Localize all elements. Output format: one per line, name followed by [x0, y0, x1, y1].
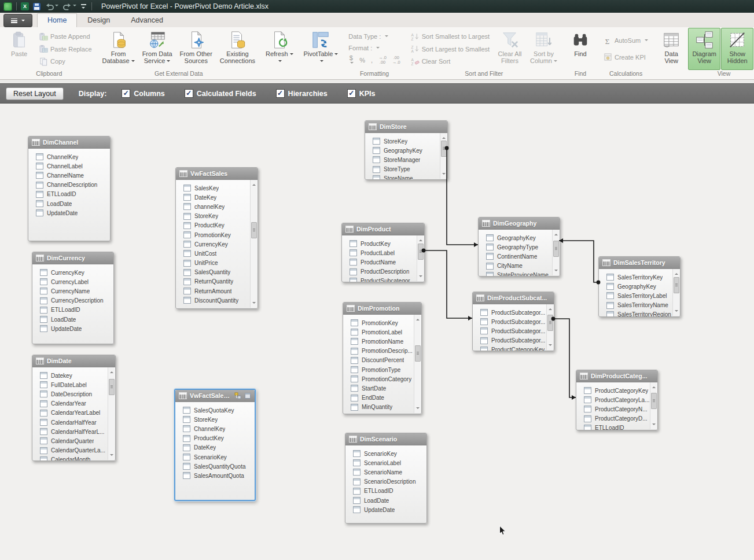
scroll-up-icon[interactable]: [416, 317, 420, 320]
field-datekey[interactable]: DateKey: [175, 443, 255, 452]
field-promotionkey[interactable]: PromotionKey: [343, 318, 421, 327]
field-calendarquarterla[interactable]: CalendarQuarterLa...: [32, 446, 115, 455]
scroll-up-icon[interactable]: [554, 232, 558, 235]
field-storetype[interactable]: StoreType: [365, 165, 447, 174]
field-salesterritoryregion[interactable]: SalesTerritoryRegion: [599, 310, 680, 316]
field-salesterritorykey[interactable]: SalesTerritoryKey: [599, 272, 680, 282]
display-checkbox-kpis[interactable]: ✓KPIs: [347, 89, 376, 98]
ribbon-button-from-other-sources[interactable]: From OtherSources: [176, 28, 216, 70]
field-loaddate[interactable]: LoadDate: [345, 496, 426, 505]
field-productcategoryd[interactable]: ProductCategoryD...: [576, 414, 657, 423]
scroll-thumb[interactable]: [109, 379, 115, 395]
entity-table-dimproductcateg[interactable]: DimProductCateg...ProductCategoryKeyProd…: [576, 370, 658, 430]
table-scrollbar[interactable]: [440, 133, 447, 179]
field-startdate[interactable]: StartDate: [343, 384, 421, 393]
field-storekey[interactable]: StoreKey: [365, 137, 447, 146]
field-fulldatelabel[interactable]: FullDateLabel: [32, 380, 115, 389]
save-icon[interactable]: [33, 3, 41, 10]
field-returnquantity[interactable]: ReturnQuantity: [176, 277, 258, 286]
table-header[interactable]: DimDate: [32, 355, 115, 367]
field-geographykey[interactable]: GeographyKey: [479, 233, 560, 242]
field-promotionkey[interactable]: PromotionKey: [176, 230, 258, 240]
scroll-down-icon[interactable]: [442, 173, 446, 176]
field-productcategorykey[interactable]: ProductCategoryKey: [473, 345, 554, 351]
scroll-down-icon[interactable]: [252, 302, 256, 305]
field-productsubcategor[interactable]: ProductSubcategor...: [342, 277, 424, 282]
field-enddate[interactable]: EndDate: [343, 393, 421, 403]
field-unitprice[interactable]: UnitPrice: [176, 259, 258, 268]
entity-table-dimscenario[interactable]: DimScenarioScenarioKeyScenarioLabelScena…: [345, 433, 427, 524]
scroll-up-icon[interactable]: [675, 271, 678, 275]
field-saleskey[interactable]: SalesKey: [176, 183, 258, 193]
display-checkbox-columns[interactable]: ✓Columns: [122, 89, 164, 98]
entity-table-dimproduct[interactable]: DimProductProductKeyProductLabelProductN…: [341, 223, 425, 282]
field-returnamount[interactable]: ReturnAmount: [176, 286, 258, 296]
field-salesterritoryname[interactable]: SalesTerritoryName: [599, 301, 680, 310]
field-channeldescription[interactable]: ChannelDescription: [28, 180, 110, 190]
scroll-thumb[interactable]: [251, 222, 257, 238]
field-productsubcategor[interactable]: ProductSubcategor...: [473, 326, 554, 336]
tab-advanced[interactable]: Advanced: [120, 13, 174, 27]
scroll-down-icon[interactable]: [419, 275, 422, 279]
field-etlloadid[interactable]: ETLLoadID: [32, 305, 113, 315]
field-calendarquarter[interactable]: CalendarQuarter: [32, 436, 115, 445]
field-channelkey[interactable]: ChannelKey: [28, 152, 110, 161]
field-productlabel[interactable]: ProductLabel: [342, 248, 424, 257]
entity-table-dimsalesterritory[interactable]: DimSalesTerritorySalesTerritoryKeyGeogra…: [598, 256, 681, 317]
field-promotioncategory[interactable]: PromotionCategory: [343, 374, 421, 384]
field-etlloadid[interactable]: ETLLoadID: [28, 190, 110, 199]
field-productname[interactable]: ProductName: [342, 257, 424, 267]
field-salesterritorylabel[interactable]: SalesTerritoryLabel: [599, 291, 680, 300]
scroll-thumb[interactable]: [415, 345, 421, 362]
field-calendaryearlabel[interactable]: CalendarYearLabel: [32, 408, 115, 418]
field-scenarioname[interactable]: ScenarioName: [345, 467, 426, 477]
table-scrollbar[interactable]: [417, 235, 424, 281]
field-datedescription[interactable]: DateDescription: [32, 389, 115, 399]
table-header[interactable]: VwFactSalesQuota: [175, 390, 255, 402]
entity-table-dimpromotion[interactable]: DimPromotionPromotionKeyPromotionLabelPr…: [343, 302, 422, 414]
field-currencykey[interactable]: CurrencyKey: [32, 268, 113, 277]
field-storekey[interactable]: StoreKey: [175, 415, 255, 424]
scroll-down-icon[interactable]: [554, 270, 558, 273]
quick-access-toolbar-icon[interactable]: [80, 3, 87, 9]
table-scrollbar[interactable]: [546, 304, 553, 350]
field-datekey[interactable]: DateKey: [176, 193, 258, 202]
scroll-down-icon[interactable]: [652, 423, 656, 427]
scroll-thumb[interactable]: [441, 141, 447, 157]
scroll-down-icon[interactable]: [675, 310, 678, 314]
field-updatedate[interactable]: UpdateDate: [345, 505, 426, 514]
table-header[interactable]: VwFactSales: [176, 168, 258, 180]
ribbon-button-from-database[interactable]: FromDatabase: [99, 28, 138, 70]
entity-table-vwfactsales[interactable]: VwFactSalesSalesKeyDateKeychannelKeyStor…: [175, 167, 258, 309]
field-channellabel[interactable]: ChannelLabel: [28, 161, 110, 171]
field-currencyname[interactable]: CurrencyName: [32, 286, 113, 296]
field-salesquotakey[interactable]: SalesQuotaKey: [175, 406, 255, 415]
field-discountquantity[interactable]: DiscountQuantity: [176, 296, 258, 305]
maximize-table-icon[interactable]: [244, 392, 251, 399]
scroll-thumb[interactable]: [418, 244, 424, 260]
table-header[interactable]: DimGeography: [479, 218, 560, 230]
field-loaddate[interactable]: LoadDate: [32, 315, 113, 324]
scroll-up-icon[interactable]: [110, 370, 113, 373]
field-productcategoryla[interactable]: ProductCategoryLa...: [576, 395, 657, 404]
field-scenariodescription[interactable]: ScenarioDescription: [345, 477, 426, 487]
field-promotiontype[interactable]: PromotionType: [343, 365, 421, 374]
entity-table-dimgeography[interactable]: DimGeographyGeographyKeyGeographyTypeCon…: [478, 217, 560, 277]
scroll-up-icon[interactable]: [652, 385, 656, 388]
field-updatedate[interactable]: UpdateDate: [32, 324, 113, 333]
field-scenariolabel[interactable]: ScenarioLabel: [345, 458, 426, 467]
display-checkbox-calculated-fields[interactable]: ✓Calculated Fields: [185, 89, 256, 98]
field-storekey[interactable]: StoreKey: [176, 212, 258, 221]
create-hierarchy-icon[interactable]: [234, 392, 241, 399]
table-header[interactable]: DimProduct: [342, 223, 424, 235]
ribbon-button-find[interactable]: Find: [564, 28, 597, 70]
scroll-down-icon[interactable]: [549, 344, 552, 348]
entity-table-dimcurrency[interactable]: DimCurrencyCurrencyKeyCurrencyLabelCurre…: [32, 252, 114, 344]
field-channelkey[interactable]: ChannelKey: [175, 424, 255, 433]
field-channelname[interactable]: ChannelName: [28, 171, 110, 180]
field-productcategoryn[interactable]: ProductCategoryN...: [576, 404, 657, 414]
field-datekey[interactable]: Datekey: [32, 371, 115, 380]
table-scrollbar[interactable]: [108, 367, 115, 460]
scroll-up-icon[interactable]: [252, 182, 256, 186]
undo-icon[interactable]: [45, 3, 58, 10]
